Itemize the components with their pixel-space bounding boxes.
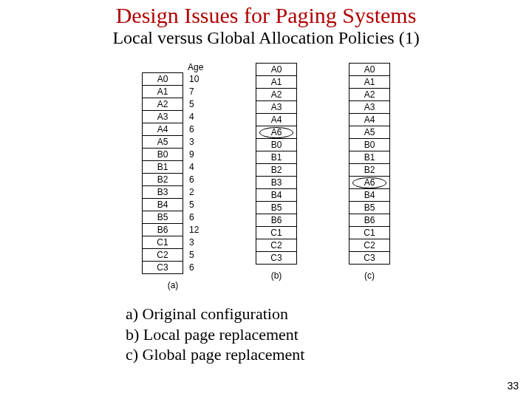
column-a: A0A1A2A3A4A5B0B1B2B3B4B5B6C1C2C3 Age 107… bbox=[142, 63, 204, 290]
page-cell: C2 bbox=[256, 239, 297, 252]
page-cell: A6 bbox=[349, 177, 390, 189]
age-value: 6 bbox=[189, 123, 204, 136]
page-cell: C1 bbox=[143, 236, 183, 249]
page-cell: B5 bbox=[349, 202, 390, 214]
slide-number: 33 bbox=[507, 380, 519, 392]
age-value: 5 bbox=[189, 98, 204, 111]
page-cell: B0 bbox=[143, 149, 183, 161]
page-cell: C1 bbox=[256, 227, 297, 239]
figure: A0A1A2A3A4A5B0B1B2B3B4B5B6C1C2C3 Age 107… bbox=[0, 63, 532, 290]
column-b-label: (b) bbox=[271, 270, 282, 281]
page-table-b: A0A1A2A3A4A6B0B1B2B3B4B5B6C1C2C3 bbox=[256, 63, 297, 265]
age-value: 5 bbox=[189, 199, 204, 211]
age-value: 9 bbox=[189, 149, 204, 161]
page-cell: C2 bbox=[143, 249, 183, 262]
page-cell: C2 bbox=[349, 239, 390, 252]
age-value: 6 bbox=[189, 262, 204, 274]
age-value: 6 bbox=[189, 174, 204, 186]
page-cell: B2 bbox=[256, 164, 297, 177]
page-cell: A4 bbox=[143, 123, 183, 136]
page-cell: B0 bbox=[349, 139, 390, 151]
page-cell: A1 bbox=[256, 76, 297, 89]
page-cell: B5 bbox=[143, 211, 183, 224]
age-value: 2 bbox=[189, 186, 204, 199]
column-a-label: (a) bbox=[168, 280, 179, 290]
slide-subtitle: Local versus Global Allocation Policies … bbox=[0, 28, 532, 48]
page-table-a: A0A1A2A3A4A5B0B1B2B3B4B5B6C1C2C3 bbox=[142, 72, 183, 274]
page-cell: C1 bbox=[349, 227, 390, 239]
page-cell: A0 bbox=[349, 64, 390, 76]
page-cell: A0 bbox=[256, 64, 297, 76]
page-cell: A2 bbox=[256, 89, 297, 101]
age-value: 3 bbox=[189, 136, 204, 149]
age-value: 6 bbox=[189, 211, 204, 224]
page-cell: A5 bbox=[349, 126, 390, 139]
page-cell: B2 bbox=[349, 164, 390, 177]
page-cell: B4 bbox=[143, 199, 183, 211]
page-table-c: A0A1A2A3A4A5B0B1B2A6B4B5B6C1C2C3 bbox=[349, 63, 390, 265]
age-value: 4 bbox=[189, 161, 204, 174]
page-cell: A3 bbox=[349, 101, 390, 114]
column-b: A0A1A2A3A4A6B0B1B2B3B4B5B6C1C2C3 (b) bbox=[256, 63, 297, 290]
highlight-oval bbox=[259, 127, 293, 138]
column-c: A0A1A2A3A4A5B0B1B2A6B4B5B6C1C2C3 (c) bbox=[349, 63, 390, 290]
slide-title: Design Issues for Paging Systems bbox=[0, 3, 532, 28]
page-cell: B3 bbox=[256, 177, 297, 189]
age-value: 10 bbox=[189, 73, 204, 86]
page-cell: A5 bbox=[143, 136, 183, 149]
page-cell: A1 bbox=[143, 86, 183, 98]
page-cell: B2 bbox=[143, 174, 183, 186]
page-cell: B6 bbox=[349, 214, 390, 227]
age-value: 3 bbox=[189, 236, 204, 249]
page-cell: A4 bbox=[256, 114, 297, 126]
page-cell: B3 bbox=[143, 186, 183, 199]
age-header: Age bbox=[188, 63, 204, 72]
age-value: 5 bbox=[189, 249, 204, 262]
legend-c: c) Global page replacement bbox=[126, 344, 532, 365]
page-cell: B4 bbox=[256, 189, 297, 202]
page-cell: C3 bbox=[256, 252, 297, 265]
page-cell: A1 bbox=[349, 76, 390, 89]
age-value: 7 bbox=[189, 86, 204, 98]
page-cell: B6 bbox=[256, 214, 297, 227]
page-cell: A4 bbox=[349, 114, 390, 126]
page-cell: A0 bbox=[143, 73, 183, 86]
page-cell: A3 bbox=[256, 101, 297, 114]
legend-a: a) Original configuration bbox=[126, 304, 532, 324]
age-value: 12 bbox=[189, 224, 204, 236]
page-cell: C3 bbox=[143, 262, 183, 274]
page-cell: B4 bbox=[349, 189, 390, 202]
highlight-oval bbox=[352, 177, 386, 188]
age-column: 107546394625612356 bbox=[189, 73, 204, 274]
page-cell: C3 bbox=[349, 252, 390, 265]
page-cell: B6 bbox=[143, 224, 183, 236]
column-c-label: (c) bbox=[364, 270, 375, 281]
page-cell: B1 bbox=[143, 161, 183, 174]
page-cell: A2 bbox=[143, 98, 183, 111]
age-value: 4 bbox=[189, 111, 204, 123]
legend-b: b) Local page replacement bbox=[126, 324, 532, 345]
page-cell: B5 bbox=[256, 202, 297, 214]
page-cell: A6 bbox=[256, 126, 297, 139]
page-cell: B1 bbox=[349, 151, 390, 164]
page-cell: B1 bbox=[256, 151, 297, 164]
page-cell: A3 bbox=[143, 111, 183, 123]
page-cell: A2 bbox=[349, 89, 390, 101]
legend: a) Original configuration b) Local page … bbox=[126, 304, 532, 365]
page-cell: B0 bbox=[256, 139, 297, 151]
